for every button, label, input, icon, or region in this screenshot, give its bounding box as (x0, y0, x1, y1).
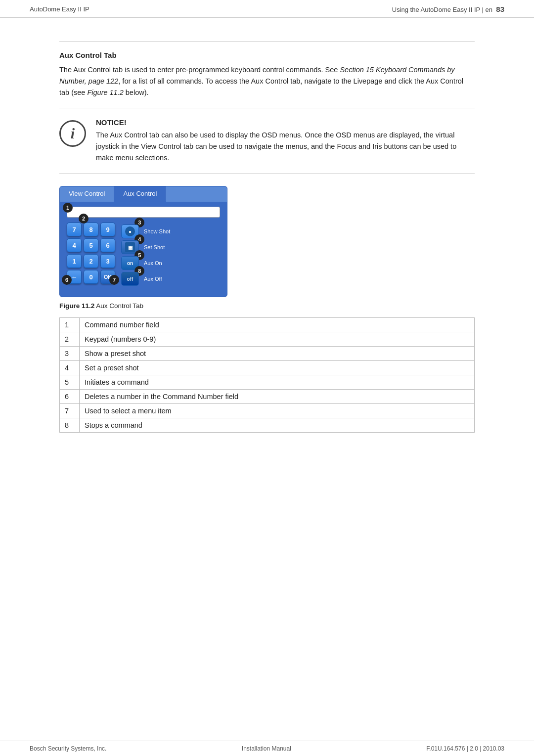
header-left: AutoDome Easy II IP (30, 5, 89, 13)
show-shot-row: 3 ● Show Shot (121, 224, 170, 238)
badge-7: 7 (109, 275, 119, 285)
keypad-action-area: 2 7 8 9 4 (67, 222, 220, 286)
key-5[interactable]: 5 (84, 238, 98, 252)
table-row: 3Show a preset shot (60, 347, 475, 361)
notice-title: NOTICE! (96, 118, 475, 127)
footer-right: F.01U.164.576 | 2.0 | 2010.03 (426, 745, 504, 752)
mid-divider-1 (59, 108, 475, 108)
keypad-row-123: 1 2 3 (67, 254, 115, 268)
key-0[interactable]: 0 (84, 270, 98, 284)
table-row: 7Used to select a menu item (60, 404, 475, 418)
keypad: 7 8 9 4 5 6 1 (67, 222, 115, 286)
row-desc: Command number field (80, 318, 475, 332)
figure-caption-bold: Figure 11.2 (59, 302, 94, 310)
notice-block: i NOTICE! The Aux Control tab can also b… (59, 118, 475, 164)
tab-view-control[interactable]: View Control (60, 186, 114, 202)
key-2[interactable]: 2 (84, 254, 98, 268)
page-header: AutoDome Easy II IP Using the AutoDome E… (0, 0, 534, 18)
section-title: Aux Control Tab (59, 51, 475, 59)
table-row: 8Stops a command (60, 418, 475, 433)
footer-left: Bosch Security Systems, Inc. (30, 745, 106, 752)
command-field-row: 1 (67, 207, 220, 218)
notice-icon: i (59, 120, 86, 147)
command-number-field[interactable] (67, 207, 220, 218)
badge-1: 1 (63, 203, 73, 213)
show-shot-icon: ● (125, 226, 135, 236)
row-num: 2 (60, 332, 80, 347)
key-1[interactable]: 1 (67, 254, 82, 268)
tab-bar: View Control Aux Control (60, 186, 227, 202)
keypad-row-456: 4 5 6 (67, 238, 115, 252)
notice-content: NOTICE! The Aux Control tab can also be … (96, 118, 475, 164)
row-num: 8 (60, 418, 80, 433)
key-3[interactable]: 3 (100, 254, 115, 268)
table-row: 5Initiates a command (60, 375, 475, 390)
table-row: 1Command number field (60, 318, 475, 332)
figure-caption: Figure 11.2 Aux Control Tab (59, 302, 143, 310)
row-desc: Used to select a menu item (80, 404, 475, 418)
row-num: 5 (60, 375, 80, 390)
set-shot-icon: ▦ (125, 242, 135, 252)
badge-2: 2 (79, 214, 89, 223)
aux-on-row: 5 on Aux On (121, 256, 170, 270)
row-num: 6 (60, 390, 80, 404)
aux-off-label: Aux Off (144, 276, 162, 282)
body-text-1: The Aux Control tab is used to enter pre… (59, 64, 475, 99)
row-desc: Deletes a number in the Command Number f… (80, 390, 475, 404)
key-4[interactable]: 4 (67, 238, 82, 252)
keypad-row-789: 7 8 9 (67, 222, 115, 236)
footer-center: Installation Manual (242, 745, 291, 752)
figure-container: View Control Aux Control 1 (59, 186, 475, 310)
row-num: 4 (60, 361, 80, 375)
mid-divider-2 (59, 174, 475, 174)
table-row: 6Deletes a number in the Command Number … (60, 390, 475, 404)
action-col: 3 ● Show Shot 4 (121, 222, 170, 286)
key-8[interactable]: 8 (84, 222, 98, 236)
row-desc: Show a preset shot (80, 347, 475, 361)
badge-6: 6 (62, 275, 72, 285)
notice-text: The Aux Control tab can also be used to … (96, 130, 475, 164)
main-content: Aux Control Tab The Aux Control tab is u… (0, 18, 534, 472)
row-num: 3 (60, 347, 80, 361)
aux-off-button[interactable]: off (121, 272, 139, 286)
key-7[interactable]: 7 (67, 222, 82, 236)
row-num: 7 (60, 404, 80, 418)
tab-aux-control[interactable]: Aux Control (114, 186, 166, 202)
row-num: 1 (60, 318, 80, 332)
table-row: 2Keypad (numbers 0-9) (60, 332, 475, 347)
top-divider (59, 42, 475, 42)
aux-on-label: Aux On (144, 260, 162, 266)
keypad-area: 7 8 9 4 5 6 1 (67, 222, 220, 286)
row-desc: Keypad (numbers 0-9) (80, 332, 475, 347)
set-shot-row: 4 ▦ Set Shot (121, 240, 170, 254)
row-desc: Stops a command (80, 418, 475, 433)
ui-panel: View Control Aux Control 1 (59, 186, 227, 297)
page-footer: Bosch Security Systems, Inc. Installatio… (0, 741, 534, 756)
row-desc: Set a preset shot (80, 361, 475, 375)
table-row: 4Set a preset shot (60, 361, 475, 375)
show-shot-label: Show Shot (144, 228, 170, 234)
panel-body: 1 2 7 (60, 202, 227, 291)
aux-off-row: 8 off Aux Off (121, 272, 170, 286)
key-9[interactable]: 9 (100, 222, 115, 236)
key-6[interactable]: 6 (100, 238, 115, 252)
set-shot-label: Set Shot (144, 244, 165, 250)
row-desc: Initiates a command (80, 375, 475, 390)
description-table: 1Command number field2Keypad (numbers 0-… (59, 317, 475, 433)
header-right: Using the AutoDome Easy II IP | en 83 (392, 5, 504, 13)
keypad-row-back0ok: ← 0 OK (67, 270, 115, 284)
